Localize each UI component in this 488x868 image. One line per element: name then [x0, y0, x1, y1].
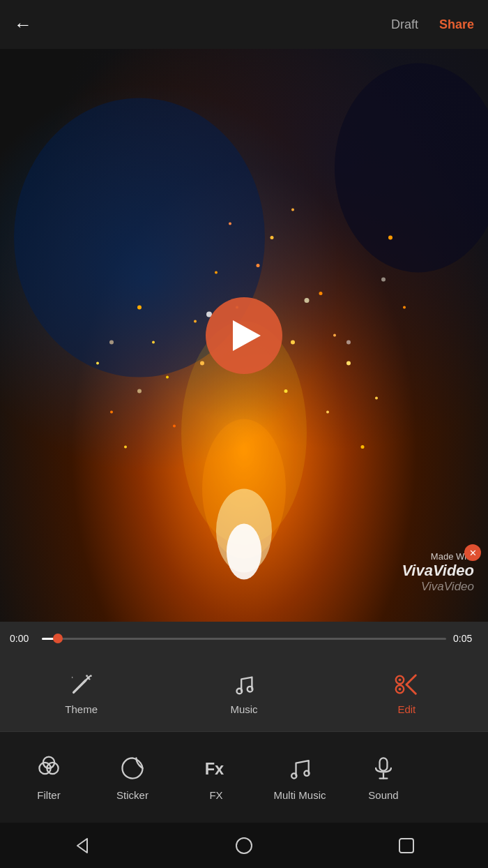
svg-point-5: [227, 524, 261, 580]
header-actions: Draft Share: [391, 17, 474, 32]
svg-point-1: [335, 63, 488, 273]
music-icon: [231, 671, 257, 698]
nav-back-button[interactable]: [72, 836, 91, 855]
svg-point-42: [89, 678, 90, 680]
svg-point-14: [375, 397, 378, 400]
nav-recent-icon: [397, 836, 416, 855]
secondary-item-filter[interactable]: Filter: [7, 747, 91, 808]
back-button[interactable]: ←: [14, 14, 32, 36]
secondary-item-multimusic[interactable]: Multi Music: [258, 747, 342, 808]
svg-point-34: [346, 341, 351, 345]
sound-label: Sound: [368, 789, 398, 801]
svg-point-44: [247, 687, 253, 692]
svg-point-50: [399, 688, 402, 691]
sticker-icon: [119, 754, 146, 782]
svg-point-43: [237, 689, 243, 694]
svg-point-25: [200, 361, 204, 366]
video-preview: ✕ Made With VivaVideo VivaVideo: [0, 49, 488, 622]
watermark: ✕ Made With VivaVideo VivaVideo: [402, 551, 474, 594]
svg-rect-62: [399, 839, 413, 853]
svg-point-6: [291, 341, 295, 345]
svg-point-22: [291, 209, 294, 211]
svg-point-28: [333, 334, 336, 337]
total-time: 0:05: [453, 633, 478, 644]
toolbar-item-theme[interactable]: Theme: [0, 671, 162, 715]
play-button[interactable]: [206, 297, 282, 374]
toolbar-item-edit[interactable]: Edit: [326, 671, 488, 715]
svg-point-10: [346, 361, 351, 366]
svg-point-18: [388, 236, 392, 240]
svg-point-26: [284, 389, 288, 393]
watermark-made-text: Made With: [402, 551, 474, 562]
filter-label: Filter: [37, 789, 60, 801]
svg-point-24: [326, 411, 329, 414]
nav-home-button[interactable]: [234, 836, 254, 855]
current-time: 0:00: [10, 633, 35, 644]
svg-point-20: [361, 445, 365, 449]
nav-bar: [0, 823, 488, 868]
svg-point-30: [257, 264, 260, 267]
svg-point-29: [152, 341, 155, 344]
close-watermark-button[interactable]: ✕: [464, 544, 481, 561]
top-bar: ← Draft Share: [0, 0, 488, 49]
nav-back-icon: [72, 836, 91, 855]
svg-point-23: [173, 425, 176, 428]
watermark-brand-text: VivaVideo: [402, 562, 474, 580]
svg-point-16: [403, 306, 406, 309]
music-label: Music: [230, 703, 257, 715]
wand-icon: [68, 671, 95, 698]
secondary-toolbar: Filter Sticker Fx FX Multi Music: [0, 732, 488, 823]
theme-label: Theme: [65, 703, 98, 715]
progress-track[interactable]: [42, 638, 446, 640]
watermark-brand2-text: VivaVideo: [402, 580, 474, 594]
main-toolbar: Theme Music Edit: [0, 655, 488, 732]
draft-button[interactable]: Draft: [391, 17, 418, 32]
svg-point-33: [137, 389, 142, 394]
multimusic-label: Multi Music: [273, 789, 326, 801]
svg-text:Fx: Fx: [205, 760, 224, 778]
svg-point-12: [270, 236, 274, 239]
secondary-item-sticker[interactable]: Sticker: [91, 747, 174, 808]
filter-icon: [35, 754, 63, 782]
share-button[interactable]: Share: [439, 17, 474, 32]
svg-point-61: [236, 838, 252, 853]
svg-rect-57: [380, 758, 388, 770]
svg-point-40: [90, 675, 92, 677]
nav-home-icon: [234, 836, 254, 855]
svg-point-55: [291, 773, 296, 778]
svg-point-32: [305, 298, 310, 303]
svg-point-41: [86, 675, 88, 677]
svg-marker-60: [77, 839, 87, 853]
svg-point-7: [194, 320, 197, 323]
sound-icon: [369, 754, 397, 782]
edit-label: Edit: [397, 703, 415, 715]
multimusic-icon: [286, 754, 314, 782]
fx-icon: Fx: [202, 754, 230, 782]
svg-point-15: [137, 306, 142, 310]
svg-point-49: [399, 678, 402, 681]
svg-point-8: [319, 292, 323, 295]
svg-point-9: [166, 376, 169, 379]
svg-line-46: [406, 684, 415, 694]
svg-point-11: [215, 271, 218, 274]
toolbar-item-music[interactable]: Music: [162, 671, 325, 715]
svg-point-36: [381, 278, 386, 282]
secondary-item-sound[interactable]: Sound: [342, 747, 425, 808]
play-triangle-icon: [233, 320, 261, 351]
sticker-label: Sticker: [116, 789, 148, 801]
svg-line-45: [406, 675, 415, 684]
svg-point-17: [96, 362, 99, 365]
progress-thumb[interactable]: [53, 634, 63, 643]
nav-recent-button[interactable]: [397, 836, 416, 855]
progress-bar-area[interactable]: 0:00 0:05: [0, 622, 488, 655]
fx-label: FX: [209, 789, 222, 801]
scissors-icon: [393, 671, 420, 698]
svg-point-21: [229, 223, 231, 225]
svg-point-13: [110, 411, 113, 414]
svg-point-56: [304, 770, 309, 775]
svg-point-19: [124, 446, 127, 449]
svg-point-35: [109, 341, 114, 345]
secondary-item-fx[interactable]: Fx FX: [174, 747, 258, 808]
